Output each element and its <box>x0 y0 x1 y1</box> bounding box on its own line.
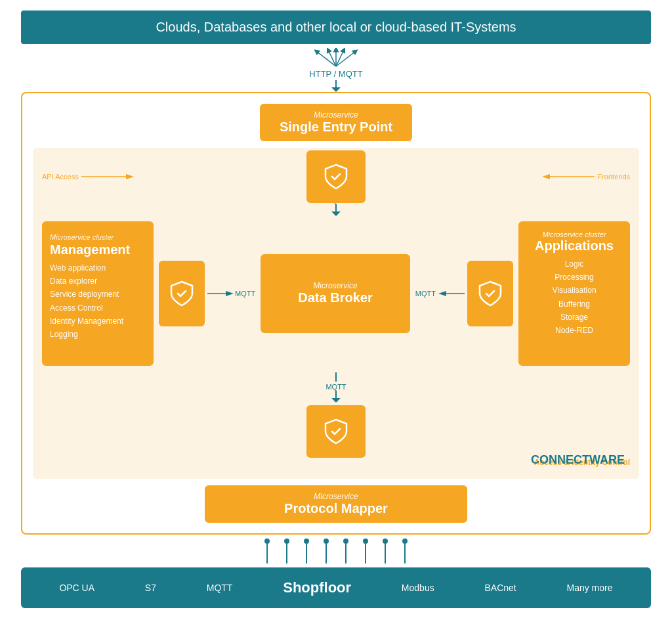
svg-marker-8 <box>126 174 134 179</box>
protocol-modbus: Modbus <box>394 580 442 596</box>
connector-dot <box>284 539 289 544</box>
frontends-arrow-icon <box>542 171 595 182</box>
protocol-bar: OPC UA S7 MQTT Shopfloor Modbus BACnet M… <box>21 567 651 608</box>
connectors-area <box>21 535 651 567</box>
connector-dot <box>264 539 270 544</box>
applications-cluster-items: Logic Processing Visualisation Buffering… <box>526 257 622 338</box>
connector-dot <box>363 539 368 544</box>
frontends-arrow: Frontends <box>542 171 630 182</box>
mqtt-down-arrow-icon <box>331 204 341 216</box>
data-broker-title: Data Broker <box>298 290 372 305</box>
connector-bar <box>345 544 346 563</box>
pm-wrapper: Microservice Protocol Mapper <box>33 485 639 523</box>
protocol-opc-ua: OPC UA <box>51 580 102 596</box>
list-item: Identity Management <box>50 315 146 328</box>
bottom-shield-box <box>306 405 366 458</box>
mqtt-bottom-arrow-icon <box>331 391 341 403</box>
left-shield-area: MQTT <box>159 261 255 326</box>
connector-dot <box>304 539 309 544</box>
connector-bar <box>286 544 287 563</box>
api-access-label: API Access <box>42 173 79 181</box>
connector-8 <box>402 539 408 563</box>
main-box: Microservice Single Entry Point API Acce… <box>21 92 651 535</box>
pm-title: Protocol Mapper <box>224 501 448 516</box>
connector-4 <box>324 539 329 563</box>
list-item: Access Control <box>50 301 146 315</box>
pm-micro-label: Microservice <box>224 492 448 501</box>
left-shield-icon <box>170 280 194 307</box>
down-arrow-icon <box>331 80 341 92</box>
top-arrows-row: API Access <box>42 157 630 196</box>
protocol-bacnet: BACnet <box>476 580 524 596</box>
connector-bar <box>326 544 327 563</box>
applications-cluster-title: Applications <box>526 238 622 254</box>
mqtt-bottom-up-line <box>331 372 341 383</box>
mqtt-right-label: MQTT <box>415 290 436 298</box>
connector-bar <box>404 544 406 563</box>
protocol-many-more: Many more <box>558 580 620 596</box>
data-broker-micro-label: Microservice <box>313 281 357 290</box>
sep-wrapper: Microservice Single Entry Point <box>33 104 639 141</box>
mqtt-right-arrow-icon <box>438 288 465 299</box>
frontends-label: Frontends <box>597 173 630 181</box>
connector-dot <box>383 539 388 544</box>
fan-arrows-icon <box>310 48 362 68</box>
management-cluster-title: Management <box>50 242 146 257</box>
svg-marker-14 <box>226 291 234 296</box>
connector-dot <box>324 539 329 544</box>
shield-icon <box>324 164 348 190</box>
connector-5 <box>343 539 348 563</box>
single-entry-point-box: Microservice Single Entry Point <box>260 104 412 141</box>
sep-micro-label: Microservice <box>280 110 392 120</box>
connector-6 <box>363 539 368 563</box>
middle-row: Microservice cluster Management Web appl… <box>42 221 630 366</box>
list-item: Processing <box>526 271 622 284</box>
mqtt-bottom-label: MQTT <box>326 383 346 391</box>
protocol-mapper-box: Microservice Protocol Mapper <box>205 485 467 523</box>
connector-bar <box>266 544 268 563</box>
top-shield-box <box>306 150 366 203</box>
diagram-container: Clouds, Databases and other local or clo… <box>14 4 658 615</box>
connector-dot <box>402 539 408 544</box>
data-broker-box: Microservice Data Broker <box>261 254 410 333</box>
mqtt-left-label: MQTT <box>235 290 255 298</box>
right-shield-box <box>467 261 513 326</box>
right-shield-icon <box>478 280 502 307</box>
right-shield-area: MQTT <box>415 261 513 326</box>
connector-bar <box>306 544 307 563</box>
applications-cluster-label: Microservice cluster <box>526 231 622 238</box>
http-mqtt-label: HTTP / MQTT <box>309 69 362 79</box>
connector-3 <box>304 539 309 563</box>
svg-marker-10 <box>542 174 550 179</box>
management-cluster-label: Microservice cluster <box>50 233 114 241</box>
list-item: Data explorer <box>50 275 146 288</box>
mqtt-bottom-connector: MQTT <box>42 372 630 403</box>
connector-bar <box>365 544 366 563</box>
bottom-shield-row <box>42 405 630 458</box>
mqtt-left-arrow-icon <box>207 288 234 299</box>
connector-dot <box>343 539 348 544</box>
applications-cluster-box: Microservice cluster Applications Logic … <box>518 221 630 366</box>
list-item: Storage <box>526 311 622 324</box>
svg-line-0 <box>316 51 336 66</box>
connector-bar <box>385 544 386 563</box>
svg-line-4 <box>336 51 356 66</box>
api-arrow-icon <box>81 171 134 182</box>
list-item: Logic <box>526 257 622 271</box>
inner-top-section: API Access <box>42 157 630 216</box>
svg-marker-6 <box>331 87 341 92</box>
protocol-shopfloor: Shopfloor <box>275 577 359 599</box>
top-banner-text: Clouds, Databases and other local or clo… <box>156 20 516 34</box>
management-cluster-items: Web application Data explorer Service de… <box>50 261 146 342</box>
sep-title: Single Entry Point <box>280 120 392 135</box>
svg-marker-12 <box>331 211 341 216</box>
left-shield-box <box>159 261 205 326</box>
list-item: Buffering <box>526 298 622 311</box>
api-access-arrow: API Access <box>42 171 134 182</box>
mqtt-left-connector: MQTT <box>207 288 255 299</box>
inner-area: API Access <box>33 148 639 479</box>
protocol-s7: S7 <box>137 580 164 596</box>
management-cluster-box: Microservice cluster Management Web appl… <box>42 221 154 366</box>
list-item: Visualisation <box>526 284 622 297</box>
list-item: Logging <box>50 328 146 341</box>
